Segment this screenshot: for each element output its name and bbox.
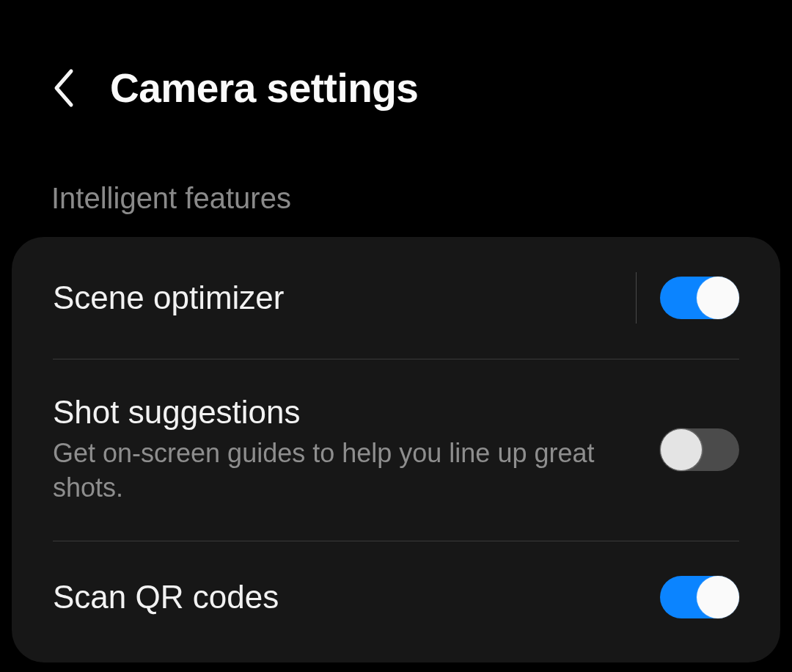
row-scene-optimizer: Scene optimizer bbox=[12, 237, 780, 359]
vertical-divider bbox=[636, 272, 637, 324]
toggle-knob bbox=[697, 576, 739, 618]
row-title: Shot suggestions bbox=[53, 394, 660, 431]
section-label-intelligent-features: Intelligent features bbox=[0, 182, 792, 215]
row-main-scan-qr-codes[interactable]: Scan QR codes bbox=[53, 579, 660, 616]
row-scan-qr-codes: Scan QR codes bbox=[12, 541, 780, 662]
row-shot-suggestions: Shot suggestions Get on-screen guides to… bbox=[12, 359, 780, 541]
settings-panel: Scene optimizer Shot suggestions Get on-… bbox=[12, 237, 780, 662]
chevron-left-icon bbox=[52, 68, 74, 108]
row-title: Scan QR codes bbox=[53, 579, 660, 616]
toggle-scan-qr-codes[interactable] bbox=[660, 576, 739, 618]
row-main-shot-suggestions[interactable]: Shot suggestions Get on-screen guides to… bbox=[53, 394, 660, 505]
row-main-scene-optimizer[interactable]: Scene optimizer bbox=[53, 280, 624, 316]
page-title: Camera settings bbox=[110, 65, 418, 112]
header: Camera settings bbox=[0, 65, 792, 112]
back-button[interactable] bbox=[45, 70, 81, 106]
toggle-scene-optimizer[interactable] bbox=[660, 277, 739, 319]
camera-settings-screen: Camera settings Intelligent features Sce… bbox=[0, 0, 792, 672]
row-subtitle: Get on-screen guides to help you line up… bbox=[53, 437, 610, 505]
toggle-shot-suggestions[interactable] bbox=[660, 428, 739, 471]
row-title: Scene optimizer bbox=[53, 280, 624, 316]
toggle-knob bbox=[660, 428, 703, 471]
toggle-knob bbox=[697, 277, 739, 319]
